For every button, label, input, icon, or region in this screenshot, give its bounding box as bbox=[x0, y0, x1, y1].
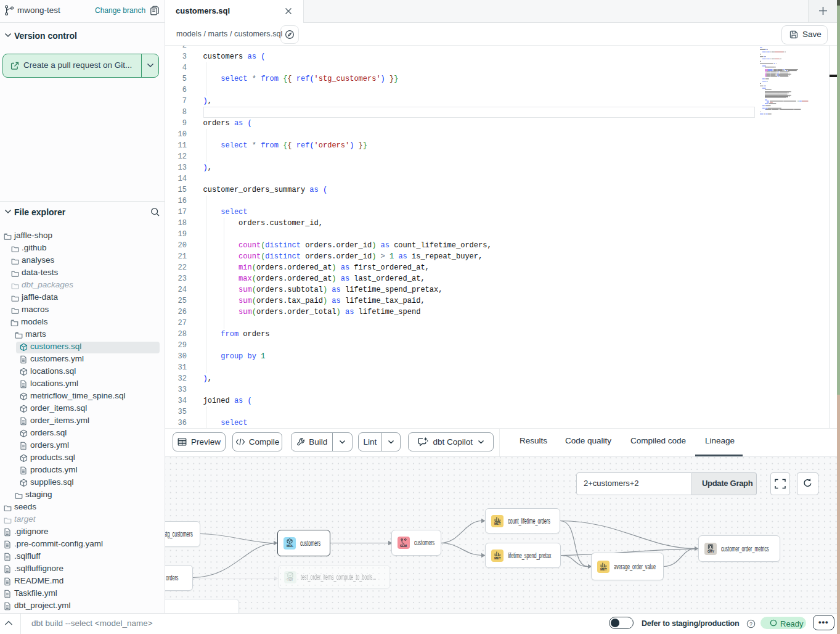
svg-text:?: ? bbox=[749, 621, 752, 627]
